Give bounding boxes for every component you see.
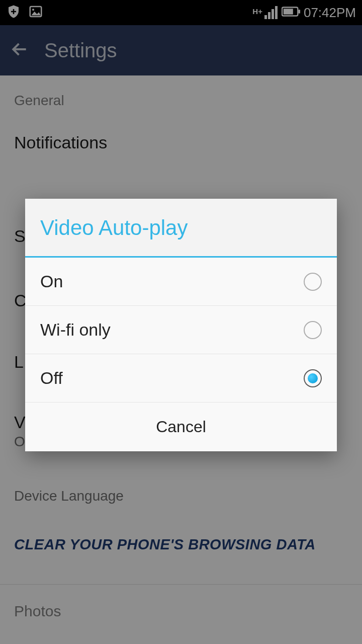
cancel-button[interactable]: Cancel (25, 403, 337, 451)
option-off[interactable]: Off (25, 354, 337, 403)
option-label: Off (40, 368, 63, 388)
radio-icon (304, 321, 322, 339)
option-label: On (40, 272, 63, 291)
option-on[interactable]: On (25, 258, 337, 306)
option-wifi-only[interactable]: Wi-fi only (25, 306, 337, 354)
dialog-title: Video Auto-play (25, 199, 337, 258)
radio-icon (304, 273, 322, 291)
option-label: Wi-fi only (40, 320, 111, 340)
video-autoplay-dialog: Video Auto-play On Wi-fi only Off Cancel (25, 199, 337, 451)
radio-selected-icon (304, 369, 322, 387)
